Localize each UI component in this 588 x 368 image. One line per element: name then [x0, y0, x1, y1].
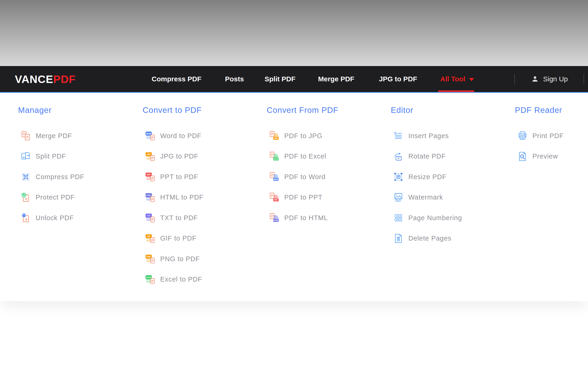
- nav-link-compress-pdf[interactable]: Compress PDF: [152, 75, 202, 83]
- svg-text:HTML: HTML: [273, 220, 279, 221]
- menu-item-pdf-to-html[interactable]: PHTML PDF to HTML: [267, 212, 380, 223]
- menu-item-label: Word to PDF: [160, 132, 202, 140]
- column-title: Editor: [391, 105, 504, 115]
- menu-item-pdf-to-word[interactable]: PWord PDF to Word: [267, 172, 380, 182]
- menu-item-excel-to-pdf[interactable]: ExcelP Excel to PDF: [143, 274, 256, 285]
- protect-pdf-icon: P: [20, 192, 31, 203]
- menu-item-label: Split PDF: [36, 153, 66, 160]
- svg-text:P: P: [397, 175, 399, 178]
- unlock-pdf-icon: P: [20, 212, 31, 223]
- merge-pdf-icon: PP: [20, 130, 31, 141]
- menu-item-preview[interactable]: Preview: [515, 151, 588, 162]
- pdf-to-jpg-icon: PJPG: [269, 130, 280, 141]
- png-to-pdf-icon: PNGP: [145, 254, 156, 264]
- menu-item-page-numbering[interactable]: 1234 Page Numbering: [391, 212, 504, 223]
- menu-column-convert-to-pdf: Convert to PDF WordP Word to PDF JPGP JP…: [143, 105, 256, 294]
- insert-pages-icon: [393, 130, 404, 141]
- nav-divider: [584, 74, 584, 84]
- navbar: VANCEPDF Compress PDF Posts Split PDF Me…: [0, 66, 588, 93]
- menu-item-label: PDF to JPG: [284, 132, 323, 140]
- menu-item-label: JPG to PDF: [160, 153, 198, 160]
- nav-divider: [514, 74, 515, 84]
- menu-item-label: HTML to PDF: [160, 193, 203, 201]
- menu-item-label: Watermark: [408, 193, 443, 201]
- menu-item-delete-pages[interactable]: Delete Pages: [391, 233, 504, 244]
- pdf-to-ppt-icon: PPPT: [269, 192, 280, 203]
- nav-link-merge-pdf[interactable]: Merge PDF: [318, 75, 354, 83]
- svg-text:P: P: [271, 133, 273, 136]
- menu-item-insert-pages[interactable]: Insert Pages: [391, 130, 504, 141]
- svg-text:P: P: [271, 153, 273, 156]
- menu-item-split-pdf[interactable]: Split PDF: [18, 151, 132, 162]
- svg-text:Word: Word: [274, 178, 279, 181]
- menu-column-convert-from-pdf: Convert From PDF PJPG PDF to JPG PExcel …: [267, 105, 380, 233]
- svg-text:P: P: [271, 194, 273, 197]
- svg-text:P: P: [26, 198, 27, 201]
- menu-item-label: PDF to Word: [284, 173, 325, 181]
- column-title: Convert From PDF: [267, 105, 380, 115]
- svg-text:3: 3: [396, 219, 397, 221]
- gif-to-pdf-icon: GIFP: [145, 233, 156, 244]
- watermark-icon: [393, 192, 404, 203]
- menu-item-jpg-to-pdf[interactable]: JPGP JPG to PDF: [143, 151, 256, 162]
- active-tab-underline: [438, 90, 474, 92]
- svg-text:P: P: [25, 175, 26, 178]
- column-title: Convert to PDF: [143, 105, 256, 115]
- menu-item-label: Delete Pages: [408, 235, 451, 242]
- excel-to-pdf-icon: ExcelP: [145, 274, 156, 285]
- menu-item-label: PPT to PDF: [160, 173, 198, 181]
- menu-item-label: Compress PDF: [36, 173, 84, 181]
- menu-item-protect-pdf[interactable]: P Protect PDF: [18, 192, 132, 203]
- menu-item-pdf-to-ppt[interactable]: PPPT PDF to PPT: [267, 192, 380, 203]
- svg-text:P: P: [23, 133, 25, 136]
- menu-item-rotate-pdf[interactable]: P Rotate PDF: [391, 151, 504, 162]
- column-title: Manager: [18, 105, 132, 115]
- svg-text:P: P: [151, 177, 153, 180]
- page: VANCEPDF Compress PDF Posts Split PDF Me…: [0, 0, 588, 368]
- menu-item-label: Resize PDF: [408, 173, 447, 181]
- preview-icon: [517, 151, 528, 162]
- svg-text:P: P: [271, 174, 273, 177]
- signup-label: Sign Up: [543, 75, 568, 83]
- svg-text:P: P: [26, 136, 28, 139]
- print-pdf-icon: [517, 130, 528, 141]
- nav-link-posts[interactable]: Posts: [225, 75, 244, 83]
- menu-item-merge-pdf[interactable]: PP Merge PDF: [18, 130, 132, 141]
- word-to-pdf-icon: WordP: [145, 130, 156, 141]
- svg-text:2: 2: [400, 215, 401, 217]
- menu-item-unlock-pdf[interactable]: P Unlock PDF: [18, 212, 132, 223]
- menu-item-pdf-to-excel[interactable]: PExcel PDF to Excel: [267, 151, 380, 162]
- nav-link-split-pdf[interactable]: Split PDF: [265, 75, 295, 83]
- menu-item-ppt-to-pdf[interactable]: PPTP PPT to PDF: [143, 172, 256, 182]
- menu-item-resize-pdf[interactable]: P Resize PDF: [391, 172, 504, 182]
- pdf-to-excel-icon: PExcel: [269, 151, 280, 162]
- split-pdf-icon: [20, 151, 31, 162]
- svg-text:P: P: [151, 156, 153, 160]
- menu-item-watermark[interactable]: Watermark: [391, 192, 504, 203]
- svg-text:4: 4: [400, 219, 401, 221]
- menu-item-gif-to-pdf[interactable]: GIFP GIF to PDF: [143, 233, 256, 244]
- menu-item-png-to-pdf[interactable]: PNGP PNG to PDF: [143, 254, 256, 264]
- svg-text:PPT: PPT: [147, 174, 150, 176]
- nav-link-jpg-to-pdf[interactable]: JPG to PDF: [379, 75, 417, 83]
- menu-item-label: TXT to PDF: [160, 214, 198, 222]
- jpg-to-pdf-icon: JPGP: [145, 151, 156, 162]
- menu-item-word-to-pdf[interactable]: WordP Word to PDF: [143, 130, 256, 141]
- menu-item-compress-pdf[interactable]: P Compress PDF: [18, 172, 132, 182]
- menu-item-pdf-to-jpg[interactable]: PJPG PDF to JPG: [267, 130, 380, 141]
- nav-link-all-tool[interactable]: All Tool: [440, 75, 474, 83]
- rotate-pdf-icon: P: [393, 151, 404, 162]
- page-numbering-icon: 1234: [393, 212, 404, 223]
- menu-item-print-pdf[interactable]: Print PDF: [515, 130, 588, 141]
- signup-button[interactable]: Sign Up: [531, 75, 568, 83]
- svg-text:HTML: HTML: [146, 194, 151, 196]
- brand-logo[interactable]: VANCEPDF: [15, 73, 76, 85]
- menu-item-label: PDF to HTML: [284, 214, 328, 222]
- svg-text:TXT: TXT: [147, 215, 150, 217]
- menu-item-txt-to-pdf[interactable]: TXTP TXT to PDF: [143, 212, 256, 223]
- svg-text:GIF: GIF: [147, 235, 150, 237]
- menu-item-label: PDF to Excel: [284, 153, 326, 160]
- menu-item-html-to-pdf[interactable]: HTMLP HTML to PDF: [143, 192, 256, 203]
- svg-text:Excel: Excel: [274, 158, 279, 160]
- menu-item-label: PNG to PDF: [160, 255, 200, 263]
